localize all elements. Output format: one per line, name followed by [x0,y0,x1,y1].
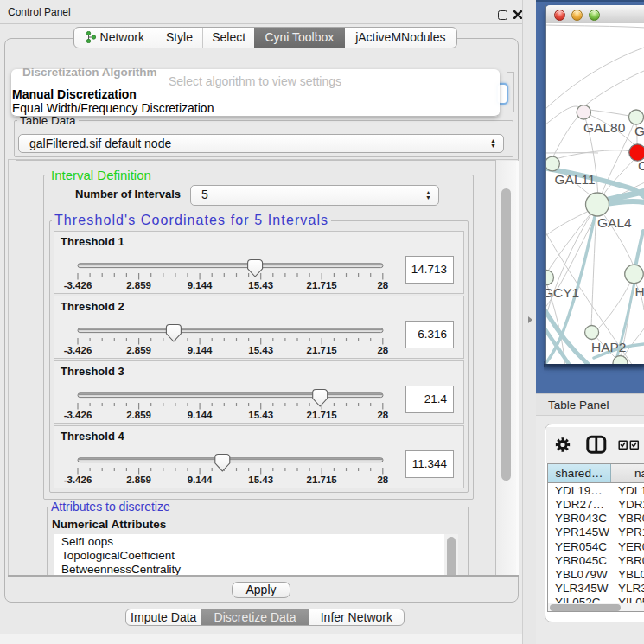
svg-text:GAL80: GAL80 [583,120,626,135]
svg-text:-3.426: -3.426 [64,345,92,355]
svg-text:15.43: 15.43 [248,280,273,290]
svg-text:28: 28 [377,345,388,355]
svg-text:21.715: 21.715 [307,345,338,355]
svg-text:21.715: 21.715 [307,475,338,485]
svg-text:9.144: 9.144 [188,345,213,355]
svg-text:GA: GA [634,124,644,138]
svg-text:2.859: 2.859 [126,345,151,355]
svg-text:21.715: 21.715 [307,280,338,290]
svg-text:28: 28 [377,475,388,485]
svg-text:GCY1: GCY1 [546,285,579,300]
svg-text:9.144: 9.144 [188,410,213,420]
svg-text:CY: CY [638,158,644,173]
svg-text:-3.426: -3.426 [64,280,92,290]
svg-text:15.43: 15.43 [248,410,273,420]
svg-text:15.43: 15.43 [248,475,273,485]
svg-text:-3.426: -3.426 [64,475,92,485]
svg-text:HAP2: HAP2 [591,340,627,354]
svg-text:28: 28 [377,410,388,420]
svg-text:2.859: 2.859 [126,475,151,485]
svg-text:9.144: 9.144 [188,475,213,485]
svg-text:2.859: 2.859 [126,280,151,290]
svg-text:-3.426: -3.426 [64,410,92,420]
svg-text:9.144: 9.144 [188,280,213,290]
svg-text:28: 28 [377,280,388,290]
svg-text:21.715: 21.715 [307,410,338,420]
svg-text:GAL4: GAL4 [597,215,632,230]
svg-text:HI: HI [635,284,644,299]
svg-text:2.859: 2.859 [126,410,151,420]
svg-text:GAL11: GAL11 [555,172,596,187]
svg-text:15.43: 15.43 [248,345,273,355]
